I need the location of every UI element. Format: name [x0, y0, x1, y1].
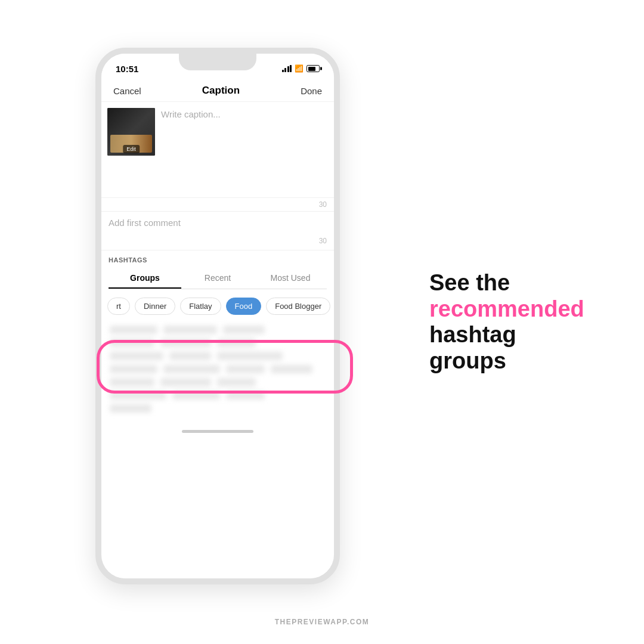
tab-recent[interactable]: Recent [181, 268, 254, 289]
tab-groups[interactable]: Groups [109, 268, 181, 289]
edit-label[interactable]: Edit [123, 145, 140, 153]
right-text-line3: hashtag [429, 322, 608, 348]
chip-rt[interactable]: rt [107, 298, 130, 315]
caption-char-count: 30 [101, 197, 334, 211]
tab-most-used[interactable]: Most Used [254, 268, 327, 289]
caption-input[interactable]: Write caption... [161, 102, 334, 197]
chip-food[interactable]: Food [226, 298, 262, 315]
phone-shell: 10:51 📶 Cancel Caption Do [95, 48, 340, 584]
caption-area: Edit Write caption... [101, 102, 334, 197]
right-text-line1: See the [429, 270, 608, 296]
caption-thumbnail: Edit [107, 108, 155, 156]
comment-area[interactable]: Add first comment [101, 211, 334, 234]
signal-icon [282, 65, 292, 72]
chip-flatlay[interactable]: Flatlay [180, 298, 221, 315]
filter-chips-wrapper: rt Dinner Flatlay Food Food Blogger Food [101, 292, 334, 321]
done-button[interactable]: Done [301, 86, 322, 96]
hashtags-label: HASHTAGS [109, 256, 327, 264]
page-wrapper: 10:51 📶 Cancel Caption Do [0, 0, 644, 644]
chip-dinner[interactable]: Dinner [135, 298, 175, 315]
app-header: Cancel Caption Done [101, 80, 334, 102]
caption-placeholder: Write caption... [161, 109, 221, 119]
chip-food-blogger[interactable]: Food Blogger [266, 298, 330, 315]
battery-icon [306, 65, 320, 72]
phone-screen: 10:51 📶 Cancel Caption Do [101, 54, 334, 578]
tabs-row: Groups Recent Most Used [109, 268, 327, 289]
home-indicator [101, 422, 334, 440]
comment-placeholder: Add first comment [109, 218, 181, 228]
status-time: 10:51 [116, 64, 138, 74]
hashtags-section: HASHTAGS Groups Recent Most Used [101, 250, 334, 292]
phone-container: 10:51 📶 Cancel Caption Do [95, 48, 340, 584]
filter-chips: rt Dinner Flatlay Food Food Blogger Food [101, 292, 334, 321]
phone-notch [179, 54, 256, 70]
right-text-line2: recommended [429, 296, 608, 322]
page-title: Caption [202, 85, 240, 97]
footer-text: THEPREVIEWAPP.COM [275, 618, 370, 626]
hashtag-list [101, 321, 334, 422]
cancel-button[interactable]: Cancel [113, 86, 141, 96]
right-text-block: See the recommended hashtag groups [429, 270, 608, 374]
home-bar [182, 430, 253, 433]
status-icons: 📶 [282, 64, 320, 73]
comment-char-count: 30 [101, 234, 334, 250]
wifi-icon: 📶 [295, 64, 304, 73]
right-text-line4: groups [429, 348, 608, 374]
